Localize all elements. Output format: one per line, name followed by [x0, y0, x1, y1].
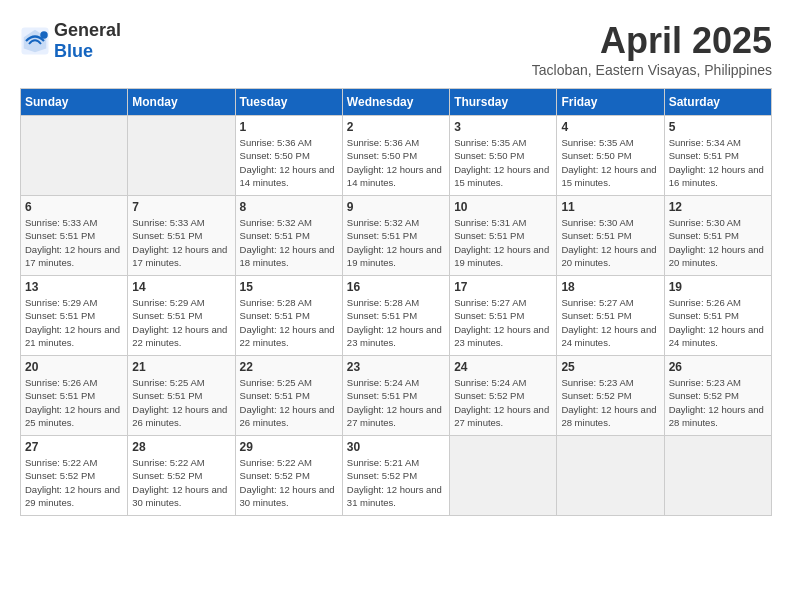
day-number: 12 — [669, 200, 767, 214]
day-info: Sunrise: 5:32 AMSunset: 5:51 PMDaylight:… — [347, 216, 445, 269]
day-info: Sunrise: 5:28 AMSunset: 5:51 PMDaylight:… — [347, 296, 445, 349]
day-info: Sunrise: 5:31 AMSunset: 5:51 PMDaylight:… — [454, 216, 552, 269]
day-number: 19 — [669, 280, 767, 294]
calendar-cell: 27Sunrise: 5:22 AMSunset: 5:52 PMDayligh… — [21, 436, 128, 516]
calendar-cell — [664, 436, 771, 516]
day-info: Sunrise: 5:33 AMSunset: 5:51 PMDaylight:… — [25, 216, 123, 269]
calendar-cell — [21, 116, 128, 196]
calendar-table: SundayMondayTuesdayWednesdayThursdayFrid… — [20, 88, 772, 516]
day-number: 11 — [561, 200, 659, 214]
calendar-cell: 25Sunrise: 5:23 AMSunset: 5:52 PMDayligh… — [557, 356, 664, 436]
day-number: 27 — [25, 440, 123, 454]
day-number: 6 — [25, 200, 123, 214]
day-number: 8 — [240, 200, 338, 214]
calendar-cell: 7Sunrise: 5:33 AMSunset: 5:51 PMDaylight… — [128, 196, 235, 276]
day-number: 7 — [132, 200, 230, 214]
calendar-week-3: 13Sunrise: 5:29 AMSunset: 5:51 PMDayligh… — [21, 276, 772, 356]
day-info: Sunrise: 5:28 AMSunset: 5:51 PMDaylight:… — [240, 296, 338, 349]
calendar-cell: 16Sunrise: 5:28 AMSunset: 5:51 PMDayligh… — [342, 276, 449, 356]
day-info: Sunrise: 5:26 AMSunset: 5:51 PMDaylight:… — [669, 296, 767, 349]
calendar-cell: 21Sunrise: 5:25 AMSunset: 5:51 PMDayligh… — [128, 356, 235, 436]
day-info: Sunrise: 5:35 AMSunset: 5:50 PMDaylight:… — [561, 136, 659, 189]
calendar-cell: 13Sunrise: 5:29 AMSunset: 5:51 PMDayligh… — [21, 276, 128, 356]
location-title: Tacloban, Eastern Visayas, Philippines — [532, 62, 772, 78]
calendar-cell: 17Sunrise: 5:27 AMSunset: 5:51 PMDayligh… — [450, 276, 557, 356]
page-header: General Blue April 2025 Tacloban, Easter… — [20, 20, 772, 78]
calendar-cell: 2Sunrise: 5:36 AMSunset: 5:50 PMDaylight… — [342, 116, 449, 196]
day-info: Sunrise: 5:30 AMSunset: 5:51 PMDaylight:… — [561, 216, 659, 269]
day-info: Sunrise: 5:24 AMSunset: 5:51 PMDaylight:… — [347, 376, 445, 429]
day-info: Sunrise: 5:26 AMSunset: 5:51 PMDaylight:… — [25, 376, 123, 429]
weekday-header-sunday: Sunday — [21, 89, 128, 116]
calendar-cell: 23Sunrise: 5:24 AMSunset: 5:51 PMDayligh… — [342, 356, 449, 436]
calendar-cell: 5Sunrise: 5:34 AMSunset: 5:51 PMDaylight… — [664, 116, 771, 196]
calendar-cell: 18Sunrise: 5:27 AMSunset: 5:51 PMDayligh… — [557, 276, 664, 356]
day-info: Sunrise: 5:25 AMSunset: 5:51 PMDaylight:… — [240, 376, 338, 429]
calendar-cell: 8Sunrise: 5:32 AMSunset: 5:51 PMDaylight… — [235, 196, 342, 276]
calendar-cell: 24Sunrise: 5:24 AMSunset: 5:52 PMDayligh… — [450, 356, 557, 436]
day-info: Sunrise: 5:35 AMSunset: 5:50 PMDaylight:… — [454, 136, 552, 189]
weekday-header-monday: Monday — [128, 89, 235, 116]
day-number: 13 — [25, 280, 123, 294]
day-number: 14 — [132, 280, 230, 294]
calendar-cell: 15Sunrise: 5:28 AMSunset: 5:51 PMDayligh… — [235, 276, 342, 356]
calendar-week-4: 20Sunrise: 5:26 AMSunset: 5:51 PMDayligh… — [21, 356, 772, 436]
day-info: Sunrise: 5:27 AMSunset: 5:51 PMDaylight:… — [561, 296, 659, 349]
day-info: Sunrise: 5:27 AMSunset: 5:51 PMDaylight:… — [454, 296, 552, 349]
day-number: 24 — [454, 360, 552, 374]
day-number: 10 — [454, 200, 552, 214]
calendar-week-1: 1Sunrise: 5:36 AMSunset: 5:50 PMDaylight… — [21, 116, 772, 196]
day-number: 21 — [132, 360, 230, 374]
day-info: Sunrise: 5:30 AMSunset: 5:51 PMDaylight:… — [669, 216, 767, 269]
day-number: 25 — [561, 360, 659, 374]
calendar-cell: 10Sunrise: 5:31 AMSunset: 5:51 PMDayligh… — [450, 196, 557, 276]
calendar-week-2: 6Sunrise: 5:33 AMSunset: 5:51 PMDaylight… — [21, 196, 772, 276]
calendar-cell: 22Sunrise: 5:25 AMSunset: 5:51 PMDayligh… — [235, 356, 342, 436]
day-info: Sunrise: 5:36 AMSunset: 5:50 PMDaylight:… — [240, 136, 338, 189]
logo-icon — [20, 26, 50, 56]
calendar-cell — [557, 436, 664, 516]
day-number: 4 — [561, 120, 659, 134]
logo-blue: Blue — [54, 41, 93, 61]
weekday-header-thursday: Thursday — [450, 89, 557, 116]
weekday-header-tuesday: Tuesday — [235, 89, 342, 116]
day-number: 30 — [347, 440, 445, 454]
day-number: 22 — [240, 360, 338, 374]
calendar-week-5: 27Sunrise: 5:22 AMSunset: 5:52 PMDayligh… — [21, 436, 772, 516]
day-number: 17 — [454, 280, 552, 294]
day-info: Sunrise: 5:23 AMSunset: 5:52 PMDaylight:… — [669, 376, 767, 429]
calendar-cell — [450, 436, 557, 516]
calendar-cell: 30Sunrise: 5:21 AMSunset: 5:52 PMDayligh… — [342, 436, 449, 516]
day-info: Sunrise: 5:22 AMSunset: 5:52 PMDaylight:… — [132, 456, 230, 509]
day-info: Sunrise: 5:32 AMSunset: 5:51 PMDaylight:… — [240, 216, 338, 269]
day-number: 5 — [669, 120, 767, 134]
day-info: Sunrise: 5:29 AMSunset: 5:51 PMDaylight:… — [25, 296, 123, 349]
day-info: Sunrise: 5:23 AMSunset: 5:52 PMDaylight:… — [561, 376, 659, 429]
calendar-cell: 19Sunrise: 5:26 AMSunset: 5:51 PMDayligh… — [664, 276, 771, 356]
day-number: 29 — [240, 440, 338, 454]
weekday-header-row: SundayMondayTuesdayWednesdayThursdayFrid… — [21, 89, 772, 116]
day-info: Sunrise: 5:25 AMSunset: 5:51 PMDaylight:… — [132, 376, 230, 429]
day-number: 15 — [240, 280, 338, 294]
calendar-cell: 1Sunrise: 5:36 AMSunset: 5:50 PMDaylight… — [235, 116, 342, 196]
calendar-cell: 11Sunrise: 5:30 AMSunset: 5:51 PMDayligh… — [557, 196, 664, 276]
title-area: April 2025 Tacloban, Eastern Visayas, Ph… — [532, 20, 772, 78]
weekday-header-wednesday: Wednesday — [342, 89, 449, 116]
calendar-cell: 26Sunrise: 5:23 AMSunset: 5:52 PMDayligh… — [664, 356, 771, 436]
calendar-cell: 4Sunrise: 5:35 AMSunset: 5:50 PMDaylight… — [557, 116, 664, 196]
day-info: Sunrise: 5:36 AMSunset: 5:50 PMDaylight:… — [347, 136, 445, 189]
day-number: 26 — [669, 360, 767, 374]
day-info: Sunrise: 5:34 AMSunset: 5:51 PMDaylight:… — [669, 136, 767, 189]
day-info: Sunrise: 5:29 AMSunset: 5:51 PMDaylight:… — [132, 296, 230, 349]
weekday-header-friday: Friday — [557, 89, 664, 116]
day-number: 18 — [561, 280, 659, 294]
day-number: 1 — [240, 120, 338, 134]
day-number: 23 — [347, 360, 445, 374]
calendar-cell: 9Sunrise: 5:32 AMSunset: 5:51 PMDaylight… — [342, 196, 449, 276]
calendar-cell: 29Sunrise: 5:22 AMSunset: 5:52 PMDayligh… — [235, 436, 342, 516]
logo-text: General Blue — [54, 20, 121, 62]
day-number: 20 — [25, 360, 123, 374]
day-info: Sunrise: 5:33 AMSunset: 5:51 PMDaylight:… — [132, 216, 230, 269]
calendar-cell: 6Sunrise: 5:33 AMSunset: 5:51 PMDaylight… — [21, 196, 128, 276]
day-number: 9 — [347, 200, 445, 214]
